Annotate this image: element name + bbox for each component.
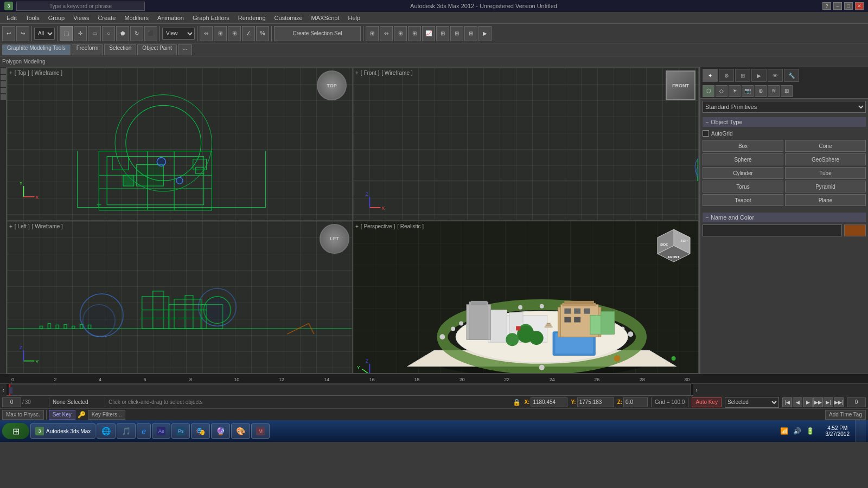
rp-systems-btn[interactable]: ⊞ — [781, 85, 793, 97]
menu-graph-editors[interactable]: Graph Editors — [188, 14, 234, 22]
tray-volume-icon[interactable]: 🔊 — [792, 426, 803, 436]
taskbar-media[interactable]: 🎵 — [117, 423, 136, 439]
object-color-swatch[interactable] — [844, 224, 866, 236]
prim-tube-btn[interactable]: Tube — [785, 167, 866, 179]
autogrid-checkbox[interactable] — [703, 130, 709, 137]
undo-btn[interactable]: ↩ — [2, 26, 15, 41]
coord-x-input[interactable] — [531, 397, 567, 407]
play-btn[interactable]: ▶ — [803, 397, 813, 407]
rp-tab-modify[interactable]: ⚙ — [719, 69, 734, 82]
percent-snap-btn[interactable]: % — [256, 26, 269, 41]
taskbar-misc3[interactable]: 🎨 — [231, 423, 250, 439]
setkey-btn[interactable]: Set Key — [49, 410, 75, 420]
vp-front-mode[interactable]: [ Wireframe ] — [381, 70, 412, 76]
snap-toggle-btn[interactable]: ⊞ — [228, 26, 241, 41]
taskbar-time-display[interactable]: 4:52 PM 3/27/2012 — [821, 425, 854, 437]
timeline-scroll-right[interactable]: › — [693, 384, 700, 396]
angle-snap-btn[interactable]: ∠ — [242, 26, 255, 41]
menu-group[interactable]: Group — [44, 14, 69, 22]
rp-name-header[interactable]: – Name and Color — [703, 213, 866, 222]
rp-tab-create[interactable]: ✦ — [703, 69, 718, 82]
frame-goto-input[interactable] — [847, 397, 866, 407]
menu-rendering[interactable]: Rendering — [234, 14, 270, 22]
select-fence-btn[interactable]: ⬟ — [116, 26, 129, 41]
vp-front-view[interactable]: [ Front ] — [361, 70, 379, 76]
select-rect-btn[interactable]: ▭ — [88, 26, 101, 41]
rp-spacewarp-btn[interactable]: ≋ — [768, 85, 780, 97]
menu-tools[interactable]: Tools — [21, 14, 44, 22]
vp-persp-mode[interactable]: [ Realistic ] — [397, 223, 424, 229]
view-dropdown[interactable]: View — [162, 28, 195, 40]
taskbar-ae[interactable]: Ae — [152, 423, 170, 439]
vp-front-plus[interactable]: + — [355, 70, 359, 76]
quick-render-btn[interactable]: ▶ — [478, 26, 492, 41]
create-selection-btn[interactable]: Create Selection Sel — [274, 26, 361, 41]
prim-cone-btn[interactable]: Cone — [785, 140, 866, 152]
mirror-tool-btn[interactable]: ⇔ — [380, 26, 393, 41]
autokey-btn[interactable]: Auto Key — [692, 397, 722, 407]
select-move-btn[interactable]: ✛ — [74, 26, 87, 41]
rp-geo-btn[interactable]: ⬡ — [703, 85, 714, 97]
rp-object-type-header[interactable]: – Object Type — [703, 117, 866, 127]
rp-camera-btn[interactable]: 📷 — [742, 85, 754, 97]
prim-pyramid-btn[interactable]: Pyramid — [785, 181, 866, 192]
tab-graphite[interactable]: Graphite Modeling Tools — [2, 44, 71, 55]
taskbar-ps[interactable]: Ps — [171, 423, 190, 439]
tray-network-icon[interactable]: 📶 — [779, 426, 790, 436]
prim-sphere-btn[interactable]: Sphere — [703, 153, 783, 165]
next-frame-btn[interactable]: ▶| — [824, 397, 833, 407]
vp-persp-plus[interactable]: + — [355, 223, 359, 229]
menu-modifiers[interactable]: Modifiers — [120, 14, 153, 22]
coord-z-input[interactable] — [623, 397, 648, 407]
current-frame-input[interactable] — [2, 397, 21, 407]
taskbar-ie[interactable]: ℯ — [137, 423, 151, 439]
timeline-scroll-left[interactable]: ‹ — [0, 384, 7, 396]
vp-persp-view[interactable]: [ Perspective ] — [361, 223, 395, 229]
rp-shape-btn[interactable]: ◇ — [716, 85, 727, 97]
prev-frame-btn[interactable]: ◀ — [793, 397, 802, 407]
ls-icon-3[interactable] — [1, 81, 6, 87]
ls-icon-1[interactable] — [1, 68, 6, 74]
tab-more[interactable]: ... — [178, 44, 192, 55]
go-end-btn[interactable]: ▶▶| — [834, 397, 844, 407]
menu-animation[interactable]: Animation — [153, 14, 188, 22]
keyfilters-btn[interactable]: Key Filters... — [88, 410, 126, 420]
max-physc-btn[interactable]: Max to Physc. — [2, 410, 44, 420]
taskbar-3dsmax2[interactable]: M — [251, 423, 270, 439]
menu-customize[interactable]: Customize — [270, 14, 307, 22]
vp-left-mode[interactable]: [ Wireframe ] — [32, 223, 63, 229]
start-button[interactable]: ⊞ — [2, 423, 29, 439]
scale-btn[interactable]: ⬛ — [144, 26, 157, 41]
prim-torus-btn[interactable]: Torus — [703, 181, 783, 192]
taskbar-misc2[interactable]: 🔮 — [211, 423, 230, 439]
viewport-front[interactable]: + [ Front ] [ Wireframe ] FRONT — [353, 67, 699, 221]
addtimetag-btn[interactable]: Add Time Tag — [825, 410, 866, 420]
taskbar-misc1[interactable]: 🎭 — [191, 423, 210, 439]
taskbar-chrome[interactable]: 🌐 — [97, 423, 116, 439]
selected-dropdown[interactable]: Selected — [725, 397, 779, 408]
transform-lock-icon[interactable]: 🔒 — [513, 399, 521, 406]
maximize-btn[interactable]: □ — [844, 2, 853, 10]
curve-editor-btn[interactable]: 📈 — [422, 26, 435, 41]
ls-icon-2[interactable] — [1, 75, 6, 80]
vp-left-plus[interactable]: + — [9, 223, 12, 229]
coord-y-input[interactable] — [577, 397, 614, 407]
object-name-input[interactable] — [703, 224, 842, 236]
rp-helper-btn[interactable]: ⊕ — [755, 85, 767, 97]
rp-tab-motion[interactable]: ▶ — [751, 69, 767, 82]
rp-tab-hierarchy[interactable]: ⊞ — [735, 69, 750, 82]
viewport-left[interactable]: + [ Left ] [ Wireframe ] LFT — [7, 221, 353, 374]
rp-primitives-dropdown[interactable]: Standard Primitives Extended Primitives … — [703, 101, 866, 113]
go-start-btn[interactable]: |◀ — [782, 397, 792, 407]
taskbar-3dsmax[interactable]: 3 Autodesk 3ds Max — [30, 423, 95, 439]
name-collapse-icon[interactable]: – — [706, 215, 709, 220]
vp-top-plus[interactable]: + — [9, 70, 12, 76]
ls-icon-5[interactable] — [1, 94, 6, 100]
align-btn[interactable]: ⊞ — [214, 26, 227, 41]
schematic-btn[interactable]: ⊞ — [436, 26, 449, 41]
select-tool-btn[interactable]: ⬚ — [60, 26, 73, 41]
minimize-btn[interactable]: – — [833, 2, 842, 10]
named-sel-btn[interactable]: ⊞ — [366, 26, 379, 41]
ls-icon-4[interactable] — [1, 88, 6, 93]
render-btn[interactable]: ⊞ — [464, 26, 477, 41]
